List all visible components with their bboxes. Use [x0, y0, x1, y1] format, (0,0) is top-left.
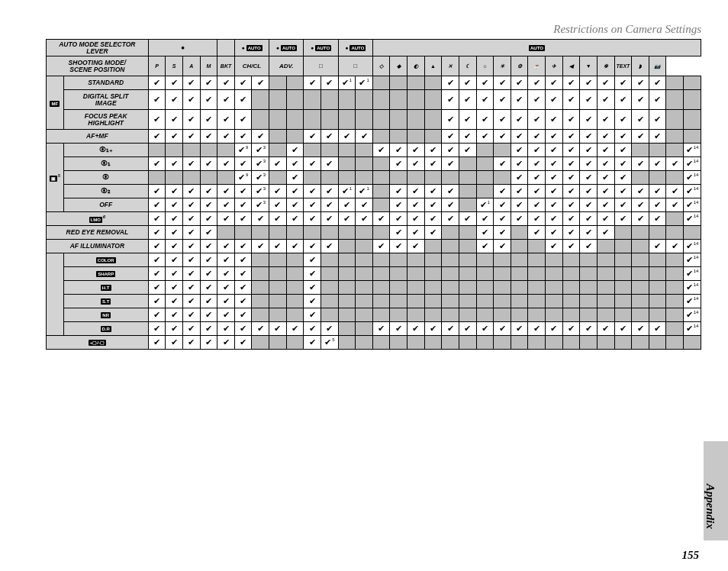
cell-check: ✔	[424, 185, 442, 198]
cell-disabled	[269, 295, 287, 308]
cell-check: ✔	[217, 90, 235, 110]
cell-check: ✔	[148, 295, 166, 308]
cell-check: ✔	[321, 212, 338, 226]
cell-check: ✔	[546, 76, 563, 90]
cell-disabled	[252, 336, 269, 350]
cell-check: ✔	[407, 212, 425, 226]
cell-check: ✔	[217, 267, 235, 281]
table-row: RED EYE REMOVAL✔✔✔✔✔✔✔✔✔✔✔✔✔✔	[47, 226, 701, 240]
cell-check: ✔	[148, 185, 166, 198]
cell-disabled	[546, 281, 563, 295]
cell-disabled	[356, 171, 373, 185]
cell-disabled	[338, 157, 356, 171]
cell-check: ✔	[252, 322, 269, 336]
cell-disabled	[649, 253, 666, 267]
cell-check: ✔	[597, 322, 614, 336]
page-number: 155	[682, 549, 700, 562]
cell-check: ✔	[321, 76, 338, 90]
cell-disabled	[372, 226, 390, 240]
cell-check: ✔	[269, 198, 287, 212]
cell-check: ✔14	[684, 240, 701, 253]
cell-disabled	[562, 295, 580, 308]
cell-disabled	[666, 90, 684, 110]
row-label: +▢/-▢	[47, 336, 149, 350]
cell-check: ✔	[649, 110, 666, 130]
cell-disabled	[321, 90, 338, 110]
cell-disabled	[200, 171, 217, 185]
cell-check: ✔14	[684, 267, 701, 281]
cell-check: ✔	[166, 281, 183, 295]
cell-disabled	[304, 90, 321, 110]
cell-check: ✔	[182, 90, 200, 110]
cell-disabled	[269, 336, 287, 350]
table-row: ⦿₁✔✔✔✔✔✔✔3✔✔✔✔✔✔✔✔✔✔✔✔✔✔✔✔✔✔✔✔14	[47, 157, 701, 171]
cell-disabled	[424, 90, 442, 110]
cell-disabled	[614, 240, 632, 253]
cell-check: ✔	[166, 336, 183, 350]
cell-check: ✔	[234, 281, 252, 295]
cell-disabled	[286, 110, 304, 130]
cell-check: ✔	[632, 90, 649, 110]
cell-check: ✔	[580, 322, 598, 336]
cell-check: ✔	[632, 322, 649, 336]
cell-check: ✔	[546, 144, 563, 157]
cell-check: ✔	[372, 240, 390, 253]
cell-check: ✔	[148, 308, 166, 322]
cell-check: ✔	[511, 90, 528, 110]
cell-check: ✔	[286, 157, 304, 171]
cell-check: ✔	[528, 185, 546, 198]
cell-disabled	[494, 253, 511, 267]
row-icon-label: Sharp	[63, 267, 148, 281]
cell-disabled	[321, 267, 338, 281]
table-row: ⦿✔9✔3✔✔✔✔✔✔✔✔✔14	[47, 171, 701, 185]
cell-check: ✔	[356, 130, 373, 144]
cell-disabled	[580, 253, 598, 267]
cell-check: ✔	[580, 226, 598, 240]
cell-check: ✔	[528, 144, 546, 157]
cell-check: ✔	[632, 212, 649, 226]
cell-check: ✔	[304, 267, 321, 281]
cell-disabled	[372, 295, 390, 308]
cell-disabled	[356, 308, 373, 322]
cell-disabled	[390, 336, 407, 350]
cell-check: ✔	[476, 240, 494, 253]
cell-check: ✔	[632, 198, 649, 212]
cell-disabled	[649, 336, 666, 350]
cell-check: ✔	[407, 240, 425, 253]
cell-check: ✔	[148, 110, 166, 130]
cell-check: ✔	[562, 212, 580, 226]
cell-disabled	[666, 295, 684, 308]
cell-disabled	[182, 171, 200, 185]
cell-check: ✔	[476, 322, 494, 336]
cell-disabled	[666, 110, 684, 130]
cell-disabled	[356, 240, 373, 253]
cell-check: ✔	[459, 322, 476, 336]
cell-disabled	[407, 171, 425, 185]
cell-disabled	[684, 76, 701, 90]
cell-check: ✔	[166, 308, 183, 322]
section-title: Restrictions on Camera Settings	[46, 23, 701, 36]
cell-disabled	[459, 267, 476, 281]
cell-disabled	[597, 308, 614, 322]
cell-check: ✔	[562, 90, 580, 110]
cell-check: ✔	[182, 295, 200, 308]
cell-check: ✔	[546, 240, 563, 253]
cell-disabled	[304, 110, 321, 130]
cell-check: ✔	[528, 226, 546, 240]
cell-disabled	[649, 144, 666, 157]
row-icon-label: Color	[63, 253, 148, 267]
cell-check: ✔5	[321, 336, 338, 350]
cell-disabled	[356, 226, 373, 240]
cell-check: ✔	[200, 322, 217, 336]
cell-check: ✔	[546, 322, 563, 336]
cell-disabled	[390, 130, 407, 144]
cell-disabled	[666, 212, 684, 226]
cell-check: ✔	[252, 76, 269, 90]
cell-disabled	[338, 336, 356, 350]
cell-disabled	[494, 171, 511, 185]
cell-check: ✔	[321, 322, 338, 336]
table-row: DIGITAL SPLITIMAGE✔✔✔✔✔✔✔✔✔✔✔✔✔✔✔✔✔✔✔	[47, 90, 701, 110]
cell-disabled	[252, 308, 269, 322]
cell-check: ✔	[580, 130, 598, 144]
table-row: S.T✔✔✔✔✔✔✔✔14	[47, 295, 701, 308]
